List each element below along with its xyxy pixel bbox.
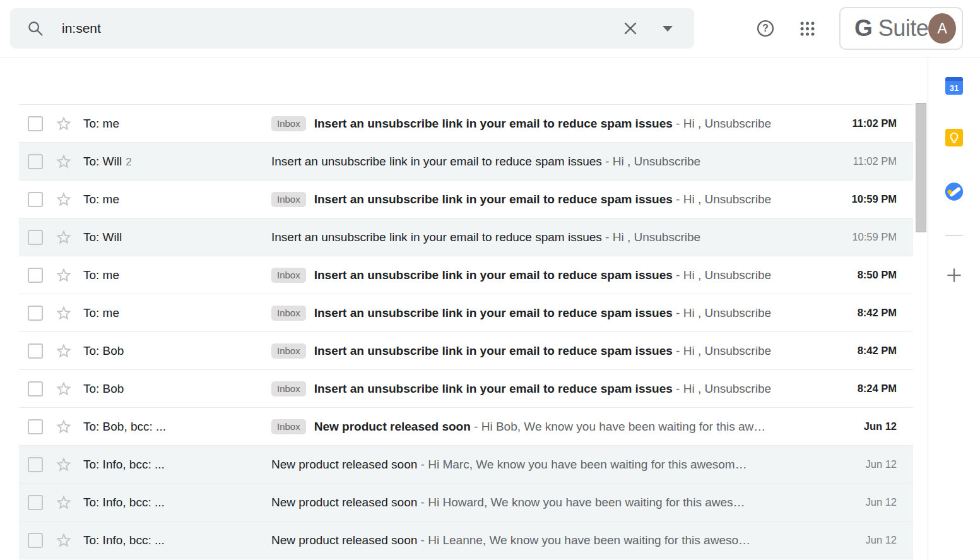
keep-icon[interactable] [945,129,963,146]
gmail-app: ? G Suite A 1–50 of 201 [0,0,980,560]
row-snippet: Hi , Unsubscribe [683,306,771,320]
row-subject-cell: Inbox Insert an unsubscribe link in your… [271,268,825,283]
row-checkbox[interactable] [28,381,43,396]
star-icon[interactable] [55,418,73,436]
email-row[interactable]: To: Bob Inbox Insert an unsubscribe link… [19,331,913,369]
email-row[interactable]: To: Info, bcc: ... New product released … [19,445,913,483]
calendar-icon[interactable]: 31 [945,77,963,95]
inbox-label-chip: Inbox [271,343,306,359]
star-icon[interactable] [55,115,73,133]
row-subject-cell: Inbox Insert an unsubscribe link in your… [271,192,825,207]
row-subject-cell: New product released soon - Hi Leanne, W… [271,533,825,547]
row-recipient: To: Bob, bcc: ... [83,420,271,434]
row-subject-cell: Insert an unsubscribe link in your email… [271,155,825,169]
row-recipient: To: me [83,306,271,320]
inbox-label-chip: Inbox [271,192,306,207]
row-snippet: Hi , Unsubscribe [613,155,700,169]
row-subject-cell: New product released soon - Hi Howard, W… [271,496,825,509]
star-icon[interactable] [55,342,73,360]
star-icon[interactable] [55,266,73,284]
row-recipient: To: me [83,193,271,206]
email-row[interactable]: To: Info, bcc: ... New product released … [19,483,913,521]
star-icon[interactable] [55,494,73,511]
row-recipient: To: me [83,117,271,131]
row-date: 8:24 PM [825,383,913,395]
star-icon[interactable] [55,380,73,398]
row-checkbox[interactable] [28,116,43,131]
email-row[interactable]: To: me Inbox Insert an unsubscribe link … [19,104,913,142]
row-checkbox[interactable] [28,495,43,510]
row-checkbox[interactable] [28,154,43,169]
row-snippet: Hi , Unsubscribe [683,268,771,282]
row-checkbox[interactable] [28,457,43,472]
rail-divider [945,235,963,236]
star-icon[interactable] [55,304,73,322]
avatar[interactable]: A [928,13,956,44]
row-subject-cell: Insert an unsubscribe link in your email… [271,230,825,244]
row-checkbox[interactable] [28,192,43,207]
search-input[interactable] [62,21,621,36]
star-icon[interactable] [55,532,73,549]
row-date: 8:50 PM [825,269,913,281]
row-subject-cell: Inbox Insert an unsubscribe link in your… [271,306,825,321]
row-checkbox[interactable] [28,230,43,245]
row-checkbox[interactable] [28,343,43,359]
gsuite-logo-g: G [854,15,873,42]
row-subject: Insert an unsubscribe link in your email… [314,117,673,131]
star-icon[interactable] [55,229,73,246]
row-recipient: To: Bob [83,344,271,358]
row-recipient: To: Info, bcc: ... [83,496,271,509]
row-subject: New product released soon [271,458,417,472]
row-recipient: To: Will2 [83,155,271,169]
email-row[interactable]: To: me Inbox Insert an unsubscribe link … [19,180,913,218]
inbox-label-chip: Inbox [271,268,306,283]
email-row[interactable]: To: Bob Inbox Insert an unsubscribe link… [19,369,913,407]
help-icon[interactable]: ? [756,19,775,38]
star-icon[interactable] [55,153,73,170]
row-snippet: Hi , Unsubscribe [683,193,771,206]
email-row[interactable]: To: Will Insert an unsubscribe link in y… [19,218,913,256]
tasks-icon[interactable] [945,182,964,201]
row-date: 8:42 PM [825,345,913,357]
row-date: Jun 12 [825,496,913,508]
inbox-label-chip: Inbox [271,381,306,396]
row-subject-cell: New product released soon - Hi Marc, We … [271,458,825,472]
row-checkbox[interactable] [28,306,43,321]
row-recipient: To: me [83,268,271,282]
row-date: 10:59 PM [825,231,913,243]
email-row[interactable]: To: Info, bcc: ... New product released … [19,521,913,559]
search-bar[interactable] [10,8,694,49]
star-icon[interactable] [55,456,73,474]
row-subject: Insert an unsubscribe link in your email… [314,193,673,206]
inbox-label-chip: Inbox [271,116,306,131]
row-subject: New product released soon [271,496,417,509]
row-checkbox[interactable] [28,268,43,283]
clear-search-icon[interactable] [621,19,640,38]
email-row[interactable]: To: Will2 Insert an unsubscribe link in … [19,142,913,180]
search-icon [27,20,44,37]
gsuite-logo-text: Suite [878,15,929,42]
row-checkbox[interactable] [28,533,43,548]
svg-text:?: ? [762,23,769,33]
row-date: 10:59 PM [825,193,913,205]
gsuite-account-box[interactable]: G Suite A [839,7,963,50]
email-row[interactable]: To: me Inbox Insert an unsubscribe link … [19,294,913,331]
row-recipient: To: Bob [83,382,271,396]
row-checkbox[interactable] [28,419,43,434]
side-panel-rail: 31 [928,57,980,560]
email-row[interactable]: To: me Inbox Insert an unsubscribe link … [19,256,913,294]
row-snippet: Hi , Unsubscribe [613,230,700,244]
row-recipient: To: Will [83,230,271,244]
scrollbar-thumb[interactable] [916,103,926,232]
row-subject: Insert an unsubscribe link in your email… [314,344,673,358]
row-date: Jun 12 [825,420,913,432]
row-subject: Insert an unsubscribe link in your email… [314,268,673,282]
email-row[interactable]: To: Bob, bcc: ... Inbox New product rele… [19,407,913,445]
search-options-caret-icon[interactable] [663,26,673,32]
get-addons-plus-icon[interactable] [945,266,964,285]
apps-grid-icon[interactable] [798,20,817,38]
row-subject: Insert an unsubscribe link in your email… [271,230,602,244]
row-date: 11:02 PM [825,155,913,167]
row-subject-cell: Inbox Insert an unsubscribe link in your… [271,343,825,359]
star-icon[interactable] [55,191,73,208]
